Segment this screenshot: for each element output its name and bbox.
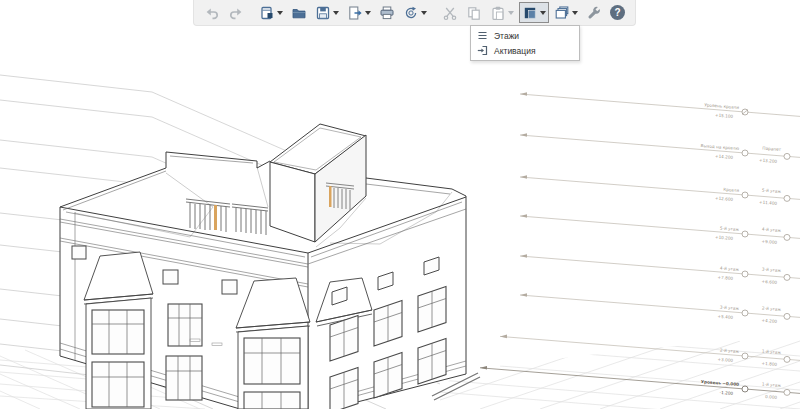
svg-text:+4.200: +4.200 bbox=[761, 318, 777, 324]
svg-text:3-й этаж: 3-й этаж bbox=[720, 304, 740, 311]
paste-button[interactable] bbox=[487, 2, 517, 23]
svg-text:+10.200: +10.200 bbox=[715, 235, 734, 241]
print-icon bbox=[379, 5, 395, 21]
chevron-down-icon[interactable] bbox=[277, 11, 283, 15]
svg-text:+11.400: +11.400 bbox=[759, 200, 778, 206]
svg-text:0.000: 0.000 bbox=[765, 394, 778, 400]
chevron-down-icon[interactable] bbox=[572, 11, 578, 15]
svg-text:-1.200: -1.200 bbox=[719, 390, 733, 396]
svg-text:Кровля: Кровля bbox=[723, 187, 740, 193]
menu-item-floors[interactable]: Этажи bbox=[471, 28, 579, 43]
svg-text:+15.100: +15.100 bbox=[715, 113, 734, 119]
levels-dropdown-menu: Этажи Активация bbox=[470, 25, 580, 61]
level-marker[interactable]: 5-й этаж +10.200 4-й этаж +9.000 bbox=[520, 214, 800, 245]
floors-list-icon bbox=[477, 30, 488, 41]
print-button[interactable] bbox=[376, 2, 398, 23]
svg-text:3-й этаж: 3-й этаж bbox=[762, 266, 782, 273]
ground-grid-right bbox=[440, 339, 800, 409]
main-toolbar: ? bbox=[193, 0, 636, 26]
svg-text:5-й этаж: 5-й этаж bbox=[762, 187, 782, 194]
chevron-down-icon[interactable] bbox=[365, 11, 371, 15]
cut-scissors-icon bbox=[442, 5, 458, 21]
paste-icon bbox=[490, 5, 506, 21]
levels-menu-button[interactable] bbox=[519, 2, 549, 23]
svg-text:+6.600: +6.600 bbox=[761, 279, 777, 285]
chevron-down-icon[interactable] bbox=[333, 11, 339, 15]
new-project-button[interactable] bbox=[256, 2, 286, 23]
svg-text:+13.200: +13.200 bbox=[759, 158, 778, 164]
level-marker[interactable]: Уровень кровли +15.100 bbox=[520, 92, 800, 119]
chevron-down-icon[interactable] bbox=[508, 11, 514, 15]
save-icon bbox=[315, 5, 331, 21]
viewport-3d[interactable]: Уровень кровли +15.100 Выход на кровлю +… bbox=[0, 0, 800, 409]
level-markers: Уровень кровли +15.100 Выход на кровлю +… bbox=[480, 92, 800, 400]
copy-icon bbox=[466, 5, 482, 21]
help-button[interactable]: ? bbox=[607, 2, 628, 23]
svg-text:4-й этаж: 4-й этаж bbox=[720, 265, 740, 272]
svg-text:+3.000: +3.000 bbox=[717, 357, 733, 363]
svg-text:Парапет: Парапет bbox=[762, 146, 782, 152]
open-folder-icon bbox=[291, 5, 307, 21]
svg-text:+14.200: +14.200 bbox=[715, 154, 734, 160]
open-button[interactable] bbox=[288, 2, 310, 23]
vent-orange-slat-2 bbox=[329, 186, 332, 207]
level-marker[interactable]: Кровля +12.600 5-й этаж +11.400 bbox=[520, 175, 800, 206]
svg-text:+5.400: +5.400 bbox=[717, 314, 733, 320]
export-icon bbox=[347, 5, 363, 21]
svg-text:+1.800: +1.800 bbox=[761, 361, 777, 367]
sync-button[interactable] bbox=[400, 2, 430, 23]
level-marker[interactable]: 2-й этаж +3.000 1-й этаж +1.800 bbox=[500, 335, 800, 367]
undo-icon bbox=[204, 5, 220, 21]
level-marker-ground[interactable]: Уровень −0.000 -1.200 1-й этаж 0.000 bbox=[480, 366, 800, 400]
wrench-icon bbox=[586, 5, 602, 21]
svg-text:1-й этаж: 1-й этаж bbox=[762, 348, 782, 355]
levels-icon bbox=[522, 5, 538, 21]
svg-text:+9.000: +9.000 bbox=[761, 239, 777, 245]
chevron-down-icon[interactable] bbox=[421, 11, 427, 15]
svg-text:+12.600: +12.600 bbox=[715, 196, 734, 202]
svg-text:+7.800: +7.800 bbox=[717, 275, 733, 281]
drawings-button[interactable] bbox=[551, 2, 581, 23]
save-button[interactable] bbox=[312, 2, 342, 23]
application-window: Уровень кровли +15.100 Выход на кровлю +… bbox=[0, 0, 800, 409]
vent-orange-slat bbox=[214, 205, 217, 230]
export-button[interactable] bbox=[344, 2, 374, 23]
redo-button[interactable] bbox=[225, 2, 247, 23]
svg-text:5-й этаж: 5-й этаж bbox=[720, 225, 740, 232]
svg-text:2-й этаж: 2-й этаж bbox=[720, 347, 740, 354]
level-marker[interactable]: Выход на кровлю +14.200 Парапет +13.200 bbox=[520, 133, 800, 164]
sync-collaboration-icon bbox=[403, 5, 419, 21]
undo-button[interactable] bbox=[201, 2, 223, 23]
building-model[interactable] bbox=[60, 123, 480, 409]
copy-button[interactable] bbox=[463, 2, 485, 23]
activation-icon bbox=[477, 45, 488, 56]
svg-text:4-й этаж: 4-й этаж bbox=[762, 226, 782, 233]
level-marker[interactable]: 3-й этаж +5.400 2-й этаж +4.200 bbox=[520, 293, 800, 324]
chevron-down-icon[interactable] bbox=[540, 11, 546, 15]
help-icon: ? bbox=[610, 5, 625, 20]
redo-icon bbox=[228, 5, 244, 21]
level-marker[interactable]: 4-й этаж +7.800 3-й этаж +6.600 bbox=[520, 254, 800, 285]
cut-button[interactable] bbox=[439, 2, 461, 23]
drawings-stack-icon bbox=[554, 5, 570, 21]
bay-window-left bbox=[84, 252, 153, 409]
menu-item-label: Этажи bbox=[494, 31, 519, 41]
menu-item-activation[interactable]: Активация bbox=[471, 43, 579, 58]
svg-text:2-й этаж: 2-й этаж bbox=[762, 305, 782, 312]
new-project-icon bbox=[259, 5, 275, 21]
menu-item-label: Активация bbox=[494, 46, 536, 56]
settings-button[interactable] bbox=[583, 2, 605, 23]
